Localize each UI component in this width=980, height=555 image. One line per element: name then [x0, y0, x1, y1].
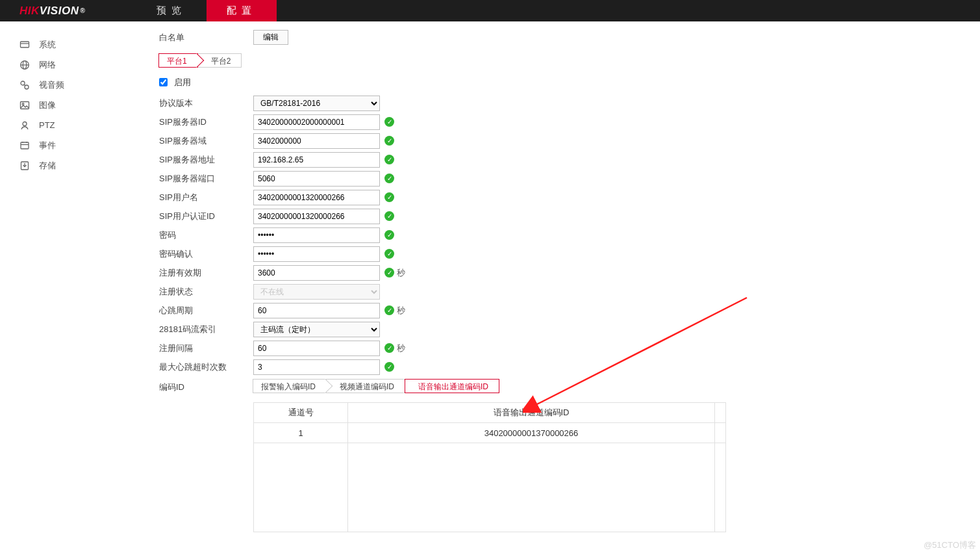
check-icon: ✓ — [384, 174, 394, 183]
sidebar: 系统 网络 视音频 图像 PTZ 事件 存储 — [0, 21, 136, 532]
protocol-select[interactable]: GB/T28181-2016 — [253, 96, 380, 111]
top-bar: HIKVISION® 预览 配置 — [0, 0, 980, 21]
globe-icon — [19, 60, 30, 70]
sip-port-input[interactable] — [253, 171, 380, 187]
sip-port-label: SIP服务器端口 — [159, 173, 253, 185]
sip-auth-id-label: SIP用户认证ID — [159, 211, 253, 222]
sidebar-item-label: 视音频 — [39, 79, 64, 91]
sip-user-input[interactable] — [253, 190, 380, 205]
whitelist-label: 白名单 — [159, 32, 253, 44]
sidebar-item-network[interactable]: 网络 — [0, 55, 136, 75]
table-row[interactable]: 1 34020000001370000266 — [254, 423, 725, 443]
brand-part1: HIK — [19, 5, 40, 18]
channel-table: 通道号 语音输出通道编码ID 1 34020000001370000266 — [253, 402, 726, 532]
check-icon: ✓ — [384, 211, 394, 221]
encode-id-tabs: 报警输入编码ID 视频通道编码ID 语音输出通道编码ID — [253, 379, 726, 393]
brand-reg: ® — [80, 7, 85, 14]
sip-domain-input[interactable] — [253, 133, 380, 149]
event-icon — [19, 140, 30, 151]
table-empty-area — [254, 443, 725, 532]
edit-button[interactable]: 编辑 — [253, 30, 288, 45]
sidebar-item-label: 系统 — [39, 39, 56, 51]
system-icon — [19, 40, 30, 50]
cell-channel: 1 — [254, 423, 348, 443]
check-icon: ✓ — [384, 136, 394, 146]
svg-rect-11 — [21, 142, 29, 149]
check-icon: ✓ — [384, 268, 394, 278]
sip-server-id-label: SIP服务器ID — [159, 116, 253, 128]
encode-id-label: 编码ID — [159, 379, 253, 393]
svg-point-9 — [22, 103, 24, 105]
platform-tabs: 平台1 平台2 — [159, 53, 980, 68]
protocol-label: 协议版本 — [159, 97, 253, 109]
check-icon: ✓ — [384, 343, 394, 353]
svg-point-10 — [23, 122, 27, 125]
stream-idx-label: 28181码流索引 — [159, 324, 253, 335]
sip-user-label: SIP用户名 — [159, 192, 253, 203]
unit-seconds: 秒 — [397, 267, 405, 279]
svg-rect-0 — [21, 42, 29, 47]
brand-part2: VISION — [40, 5, 79, 18]
password2-label: 密码确认 — [159, 248, 253, 260]
image-icon — [19, 100, 30, 110]
sip-auth-id-input[interactable] — [253, 209, 380, 224]
cell-voice-id: 34020000001370000266 — [348, 423, 715, 443]
reg-interval-label: 注册间隔 — [159, 342, 253, 354]
svg-rect-8 — [21, 101, 29, 109]
tab-alarm-in-id[interactable]: 报警输入编码ID — [253, 379, 327, 393]
sidebar-item-label: 图像 — [39, 99, 56, 111]
sip-addr-label: SIP服务器地址 — [159, 154, 253, 166]
tab-preview[interactable]: 预览 — [136, 0, 207, 21]
av-icon — [19, 80, 30, 90]
unit-seconds: 秒 — [397, 342, 405, 354]
sidebar-item-label: 事件 — [39, 140, 56, 151]
tab-config[interactable]: 配置 — [207, 0, 277, 21]
sip-addr-input[interactable] — [253, 152, 380, 168]
check-icon: ✓ — [384, 192, 394, 202]
sidebar-item-system[interactable]: 系统 — [0, 34, 136, 55]
sip-domain-label: SIP服务器域 — [159, 135, 253, 147]
reg-interval-input[interactable] — [253, 341, 380, 356]
sip-server-id-input[interactable] — [253, 114, 380, 130]
sidebar-item-storage[interactable]: 存储 — [0, 155, 136, 175]
brand-logo: HIKVISION® — [0, 0, 136, 21]
tab-video-ch-id[interactable]: 视频通道编码ID — [326, 379, 405, 393]
stream-idx-select[interactable]: 主码流（定时） — [253, 322, 380, 337]
col-voice-id: 语音输出通道编码ID — [348, 403, 715, 422]
ptz-icon — [19, 120, 30, 131]
reg-valid-label: 注册有效期 — [159, 267, 253, 279]
storage-icon — [19, 161, 30, 171]
check-icon: ✓ — [384, 249, 394, 259]
table-head: 通道号 语音输出通道编码ID — [254, 403, 725, 423]
password-label: 密码 — [159, 229, 253, 241]
enable-checkbox[interactable] — [159, 78, 168, 86]
sidebar-item-label: 网络 — [39, 59, 56, 71]
max-hb-label: 最大心跳超时次数 — [159, 361, 253, 373]
sidebar-item-label: 存储 — [39, 160, 56, 172]
check-icon: ✓ — [384, 305, 394, 315]
max-hb-input[interactable] — [253, 359, 380, 375]
heartbeat-label: 心跳周期 — [159, 305, 253, 316]
reg-status-select: 不在线 — [253, 284, 380, 300]
password2-input[interactable] — [253, 246, 380, 262]
sidebar-item-label: PTZ — [39, 120, 55, 130]
content-pane: 白名单 编辑 平台1 平台2 启用 协议版本 GB/T28181-2016 SI… — [136, 21, 980, 532]
enable-label: 启用 — [174, 77, 191, 87]
svg-line-7 — [24, 84, 25, 86]
sidebar-item-event[interactable]: 事件 — [0, 135, 136, 155]
heartbeat-input[interactable] — [253, 303, 380, 318]
check-icon: ✓ — [384, 230, 394, 240]
reg-valid-input[interactable] — [253, 265, 380, 281]
sidebar-item-image[interactable]: 图像 — [0, 95, 136, 115]
tab-platform1[interactable]: 平台1 — [158, 53, 198, 68]
check-icon: ✓ — [384, 155, 394, 164]
sidebar-item-ptz[interactable]: PTZ — [0, 115, 136, 135]
check-icon: ✓ — [384, 362, 394, 372]
unit-seconds: 秒 — [397, 305, 405, 316]
password-input[interactable] — [253, 227, 380, 243]
col-channel: 通道号 — [254, 403, 348, 422]
sidebar-item-av[interactable]: 视音频 — [0, 75, 136, 95]
enable-row: 启用 — [159, 77, 980, 88]
tab-voice-out-id[interactable]: 语音输出通道编码ID — [405, 379, 499, 393]
reg-status-label: 注册状态 — [159, 286, 253, 298]
